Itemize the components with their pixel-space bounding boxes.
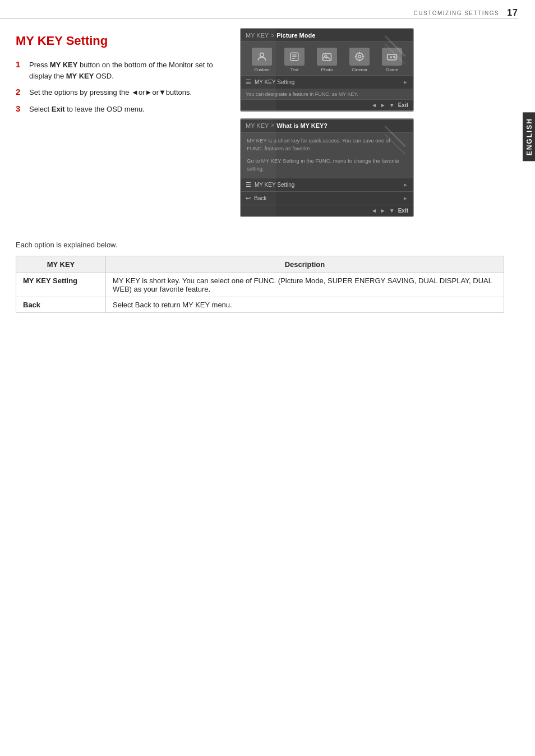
bottom-section: Each option is explained below. MY KEY D… xyxy=(16,241,504,313)
osd2-menu1-arrow: ► xyxy=(403,182,408,188)
table-header-mykey: MY KEY xyxy=(16,256,106,273)
osd1-icon-cinema: Cinema xyxy=(349,48,370,72)
osd1-nav-down: ▼ xyxy=(389,102,395,108)
osd1-arrow: > xyxy=(271,33,274,39)
step-1: 1 Press MY KEY button on the bottom of t… xyxy=(16,59,229,81)
osd1-nav-right: ► xyxy=(380,102,386,108)
osd2-arrow: > xyxy=(271,122,274,128)
osd2-menu2-label: Back xyxy=(254,195,399,201)
step-2-text: Set the options by pressing the ◄or►or▼b… xyxy=(29,87,192,98)
options-table: MY KEY Description MY KEY Setting MY KEY… xyxy=(16,256,504,313)
osd1-menu-label: MY KEY Setting xyxy=(255,79,399,85)
osd1-mykey-label: MY KEY xyxy=(246,32,269,39)
osd1-icon-photo: Photo xyxy=(317,48,337,72)
osd1-nav-left: ◄ xyxy=(371,102,377,108)
step-2: 2 Set the options by pressing the ◄or►or… xyxy=(16,87,229,98)
osd1-icon-custom-label: Custom xyxy=(254,67,270,72)
step-3: 3 Select Exit to leave the OSD menu. xyxy=(16,104,229,115)
svg-point-17 xyxy=(394,57,395,58)
osd-screenshots: MY KEY > Picture Mode Custom xyxy=(240,28,414,224)
steps-list: 1 Press MY KEY button on the bottom of t… xyxy=(16,59,229,114)
osd1-icon-text-label: Text xyxy=(290,67,299,72)
page-number: 17 xyxy=(507,8,518,18)
osd1-icon-game: Game xyxy=(382,48,402,72)
osd2-nav: ◄ ► ▼ Exit xyxy=(241,205,413,216)
svg-point-7 xyxy=(356,53,363,60)
osd1-info-text: You can designate a feature in FUNC. as … xyxy=(241,89,413,99)
osd2-menu1-icon: ☰ xyxy=(246,181,251,188)
table-row-mykey-setting: MY KEY Setting MY KEY is short key. You … xyxy=(16,273,504,297)
osd2-body: MY KEY is a short key for quick access. … xyxy=(241,132,413,178)
osd2-nav-down: ▼ xyxy=(389,208,395,214)
step-3-text: Select Exit to leave the OSD menu. xyxy=(29,104,145,115)
osd2-nav-exit: Exit xyxy=(398,208,408,214)
osd1-icon-custom: Custom xyxy=(252,48,272,72)
osd1-title: Picture Mode xyxy=(276,32,315,39)
each-option-text: Each option is explained below. xyxy=(16,241,504,249)
table-cell-desc-1: MY KEY is short key. You can select one … xyxy=(106,273,504,297)
osd1-icon-text: Text xyxy=(284,48,305,72)
step-1-text: Press MY KEY button on the bottom of the… xyxy=(29,59,229,81)
osd1-header: MY KEY > Picture Mode xyxy=(241,29,413,42)
osd1-icon-cinema-label: Cinema xyxy=(352,67,367,72)
osd2-body-text1: MY KEY is a short key for quick access. … xyxy=(247,137,407,153)
osd-screen-2: MY KEY > What is MY KEY? MY KEY is a sho… xyxy=(240,118,414,217)
osd1-menu-arrow: ► xyxy=(403,79,408,85)
osd1-menu-icon: ☰ xyxy=(246,79,251,86)
osd1-icon-photo-label: Photo xyxy=(321,67,333,72)
step-2-number: 2 xyxy=(16,87,25,96)
osd-screen-1: MY KEY > Picture Mode Custom xyxy=(240,28,414,112)
osd2-nav-left: ◄ xyxy=(371,208,377,214)
step-3-number: 3 xyxy=(16,104,25,113)
section-label: CUSTOMIZING SETTINGS xyxy=(414,10,500,16)
table-cell-desc-2: Select Back to return MY KEY menu. xyxy=(106,297,504,312)
osd2-title: What is MY KEY? xyxy=(276,122,328,129)
svg-point-0 xyxy=(260,53,264,57)
osd2-menu-item-2: ↩ Back ► xyxy=(241,191,413,205)
osd1-icon-row: Custom Text Photo xyxy=(241,42,413,75)
osd2-header: MY KEY > What is MY KEY? xyxy=(241,119,413,132)
osd1-nav-exit: Exit xyxy=(398,102,408,108)
osd2-menu2-arrow: ► xyxy=(403,195,408,201)
osd2-menu2-icon: ↩ xyxy=(246,195,251,202)
page-title: MY KEY Setting xyxy=(16,34,229,48)
osd2-menu-item-1: ☰ MY KEY Setting ► xyxy=(241,178,413,191)
table-header-description: Description xyxy=(106,256,504,273)
table-row-back: Back Select Back to return MY KEY menu. xyxy=(16,297,504,312)
osd2-body-text2: Go to MY KEY Setting in the FUNC. menu t… xyxy=(247,157,407,173)
top-rule xyxy=(0,18,518,19)
english-side-tab: ENGLISH xyxy=(523,112,535,161)
svg-point-8 xyxy=(358,56,361,58)
page-header: CUSTOMIZING SETTINGS 17 xyxy=(414,8,518,18)
osd2-menu1-label: MY KEY Setting xyxy=(255,182,399,188)
step-1-number: 1 xyxy=(16,59,25,69)
osd1-menu-item: ☰ MY KEY Setting ► xyxy=(241,75,413,89)
table-cell-key-2: Back xyxy=(16,297,106,312)
osd1-icon-game-label: Game xyxy=(386,67,398,72)
osd1-nav: ◄ ► ▼ Exit xyxy=(241,99,413,110)
osd2-nav-right: ► xyxy=(380,208,386,214)
table-cell-key-1: MY KEY Setting xyxy=(16,273,106,297)
osd2-mykey-label: MY KEY xyxy=(246,122,269,129)
